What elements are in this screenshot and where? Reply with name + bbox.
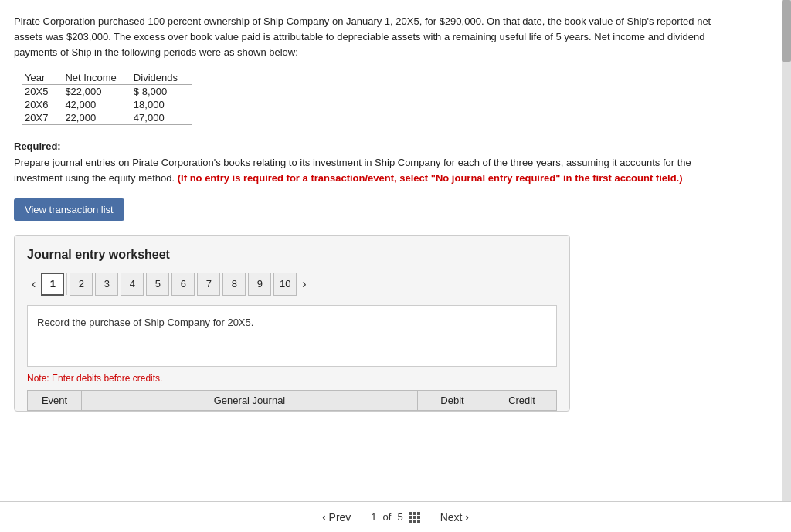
record-instruction: Record the purchase of Ship Company for … bbox=[27, 305, 557, 367]
tab-7[interactable]: 7 bbox=[197, 273, 220, 296]
prev-button[interactable]: ‹ Prev bbox=[316, 508, 357, 527]
table-header: Net Income bbox=[62, 71, 130, 85]
tab-3[interactable]: 3 bbox=[95, 273, 118, 296]
tab-10[interactable]: 10 bbox=[273, 273, 297, 296]
table-cell: 18,000 bbox=[131, 98, 192, 111]
tab-8[interactable]: 8 bbox=[222, 273, 246, 296]
view-transaction-list-button[interactable]: View transaction list bbox=[14, 198, 124, 221]
tab-6[interactable]: 6 bbox=[171, 273, 195, 296]
next-chevron-icon: › bbox=[465, 511, 468, 523]
page-current: 1 bbox=[371, 511, 376, 523]
journal-col-debit: Debit bbox=[418, 390, 487, 410]
tab-2[interactable]: 2 bbox=[70, 273, 93, 296]
table-cell: 47,000 bbox=[131, 111, 192, 125]
grid-icon[interactable] bbox=[409, 512, 420, 523]
table-cell: $ 8,000 bbox=[131, 85, 192, 99]
tab-9[interactable]: 9 bbox=[248, 273, 271, 296]
table-header: Year bbox=[22, 71, 62, 85]
bottom-navigation: ‹ Prev 1 of 5 Next › bbox=[0, 501, 791, 532]
table-header: Dividends bbox=[131, 71, 192, 85]
intro-paragraph: Pirate Corporation purchased 100 percent… bbox=[14, 14, 742, 60]
page-info: 1 of 5 bbox=[371, 511, 419, 523]
table-cell: 20X6 bbox=[22, 98, 62, 111]
table-cell: 22,000 bbox=[62, 111, 130, 125]
tab-navigation: ‹ 12345678910 › bbox=[27, 273, 557, 296]
required-label: Required: bbox=[14, 141, 61, 152]
required-red-text: (If no entry is required for a transacti… bbox=[178, 172, 683, 184]
tab-5[interactable]: 5 bbox=[146, 273, 169, 296]
journal-col-event: Event bbox=[28, 390, 82, 410]
journal-col-credit: Credit bbox=[487, 390, 557, 410]
page-total: 5 bbox=[397, 511, 402, 523]
worksheet-title: Journal entry worksheet bbox=[27, 248, 557, 262]
table-cell: 20X7 bbox=[22, 111, 62, 125]
table-cell: 42,000 bbox=[62, 98, 130, 111]
tab-next-button[interactable]: › bbox=[297, 274, 311, 294]
next-button[interactable]: Next › bbox=[434, 508, 475, 527]
page-of: of bbox=[383, 511, 392, 523]
income-dividends-table: YearNet IncomeDividends20X5$22,000$ 8,00… bbox=[22, 71, 192, 125]
tab-prev-button[interactable]: ‹ bbox=[27, 274, 40, 294]
journal-table: EventGeneral JournalDebitCredit bbox=[27, 390, 557, 411]
journal-entry-worksheet: Journal entry worksheet ‹ 12345678910 › … bbox=[14, 235, 570, 412]
next-label: Next bbox=[440, 511, 463, 524]
prev-label: Prev bbox=[329, 511, 351, 524]
tab-1[interactable]: 1 bbox=[41, 273, 64, 296]
tab-4[interactable]: 4 bbox=[121, 273, 144, 296]
table-cell: 20X5 bbox=[22, 85, 62, 99]
table-cell: $22,000 bbox=[62, 85, 130, 99]
prev-chevron-icon: ‹ bbox=[322, 511, 325, 523]
journal-col-general-journal: General Journal bbox=[82, 390, 418, 410]
note-text: Note: Enter debits before credits. bbox=[27, 373, 557, 384]
